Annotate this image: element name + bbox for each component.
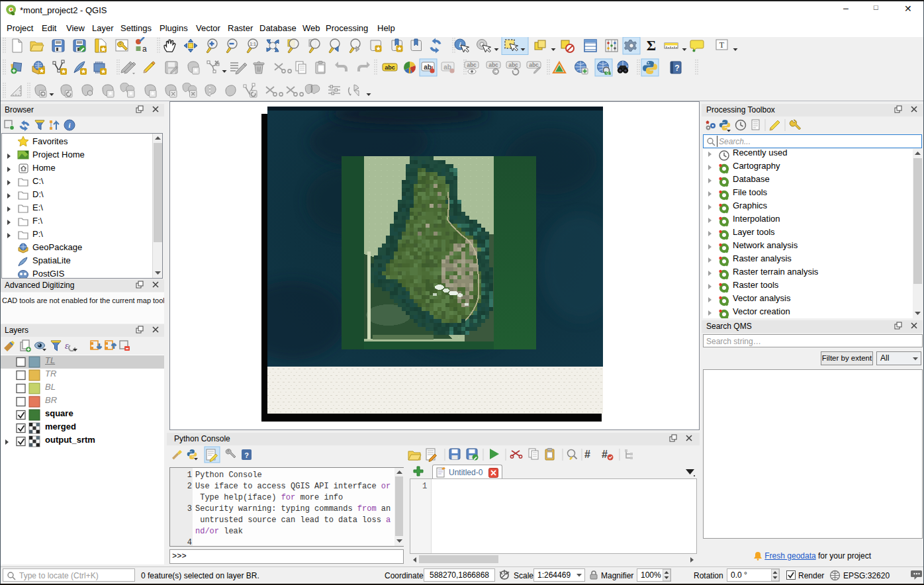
svg-text:ε: ε (65, 341, 69, 351)
svg-text:#: # (584, 449, 590, 460)
svg-text:#: # (602, 449, 608, 460)
svg-text:?: ? (244, 451, 249, 459)
